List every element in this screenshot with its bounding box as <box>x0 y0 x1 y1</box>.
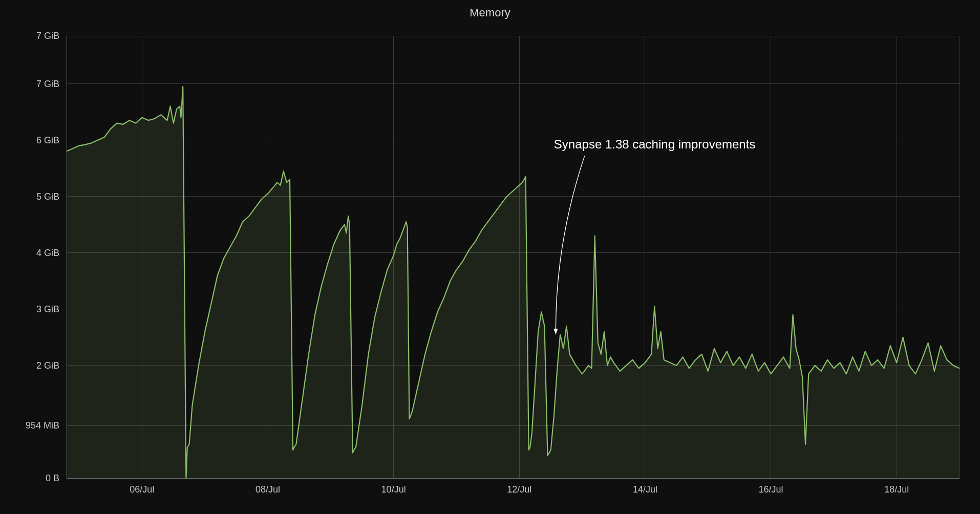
svg-text:7 GiB: 7 GiB <box>36 79 59 89</box>
svg-text:3 GiB: 3 GiB <box>36 304 59 314</box>
svg-text:18/Jul: 18/Jul <box>884 484 909 495</box>
svg-text:954 MiB: 954 MiB <box>26 420 59 431</box>
svg-text:08/Jul: 08/Jul <box>255 484 280 495</box>
annotation-arrow <box>556 156 584 334</box>
svg-text:6 GiB: 6 GiB <box>36 135 59 145</box>
chart-title: Memory <box>0 6 980 19</box>
svg-text:16/Jul: 16/Jul <box>759 484 783 495</box>
svg-text:06/Jul: 06/Jul <box>130 484 154 495</box>
svg-text:4 GiB: 4 GiB <box>36 248 59 258</box>
chart-panel: Memory 0 B954 MiB2 GiB3 GiB4 GiB5 GiB6 G… <box>0 0 980 514</box>
svg-text:2 GiB: 2 GiB <box>36 360 59 371</box>
svg-marker-36 <box>553 329 558 334</box>
svg-text:12/Jul: 12/Jul <box>507 484 531 495</box>
svg-text:10/Jul: 10/Jul <box>381 484 406 495</box>
svg-text:0 B: 0 B <box>46 473 59 483</box>
svg-text:7 GiB: 7 GiB <box>36 31 59 41</box>
annotation-text: Synapse 1.38 caching improvements <box>554 137 756 151</box>
svg-text:14/Jul: 14/Jul <box>633 484 657 495</box>
plot-svg[interactable]: 0 B954 MiB2 GiB3 GiB4 GiB5 GiB6 GiB7 GiB… <box>10 31 970 504</box>
plot-area[interactable]: 0 B954 MiB2 GiB3 GiB4 GiB5 GiB6 GiB7 GiB… <box>10 31 970 504</box>
svg-text:5 GiB: 5 GiB <box>36 191 59 202</box>
